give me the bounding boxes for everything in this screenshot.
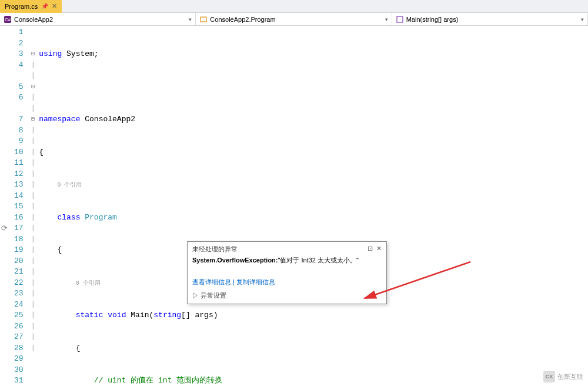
view-details-link[interactable]: 查看详细信息 bbox=[192, 278, 231, 285]
pin-icon[interactable]: ⊡ bbox=[368, 245, 373, 254]
chevron-down-icon[interactable]: ▾ bbox=[385, 16, 388, 22]
svg-text:C#: C# bbox=[5, 17, 11, 22]
csharp-icon: C# bbox=[4, 15, 12, 24]
svg-rect-3 bbox=[397, 16, 403, 22]
nav-method[interactable]: Main(string[] args) ▾ bbox=[392, 13, 588, 25]
watermark-logo: CX bbox=[543, 371, 555, 382]
code-editor[interactable]: ⟳ 12345678910111213141516171819202122232… bbox=[0, 26, 588, 386]
tooltip-body: System.OverflowException:"值对于 Int32 太大或太… bbox=[188, 255, 386, 275]
fold-column: ⊟││⊟││⊟│││││││││││││││││││││ bbox=[29, 26, 37, 386]
tooltip-title: 未经处理的异常 bbox=[192, 245, 238, 254]
copy-details-link[interactable]: 复制详细信息 bbox=[236, 278, 275, 285]
method-icon bbox=[396, 15, 404, 24]
file-tab[interactable]: Program.cs 📌 ✕ bbox=[0, 0, 62, 13]
class-icon bbox=[199, 15, 208, 24]
close-icon[interactable]: ✕ bbox=[376, 245, 382, 254]
exception-tooltip: 未经处理的异常 ⊡ ✕ System.OverflowException:"值对… bbox=[187, 241, 387, 304]
nav-project[interactable]: C# ConsoleApp2 ▾ bbox=[0, 13, 196, 25]
code-area[interactable]: using System; namespace ConsoleApp2 { 0 … bbox=[36, 26, 588, 386]
tab-bar: Program.cs 📌 ✕ bbox=[0, 0, 588, 13]
nav-class[interactable]: ConsoleApp2.Program ▾ bbox=[196, 13, 392, 25]
tab-filename: Program.cs bbox=[5, 3, 38, 10]
margin-strip: ⟳ bbox=[0, 26, 8, 386]
watermark: CX 创新互联 bbox=[543, 371, 583, 382]
pin-icon[interactable]: 📌 bbox=[41, 3, 48, 9]
close-icon[interactable]: ✕ bbox=[52, 2, 57, 10]
chevron-down-icon[interactable]: ▾ bbox=[189, 16, 192, 22]
exception-settings[interactable]: ▷ 异常设置 bbox=[188, 289, 386, 304]
line-numbers: 1234567891011121314151617181920212223242… bbox=[8, 26, 29, 386]
breadcrumb-bar: C# ConsoleApp2 ▾ ConsoleApp2.Program ▾ M… bbox=[0, 13, 588, 26]
chevron-down-icon[interactable]: ▾ bbox=[581, 16, 584, 22]
lightbulb-icon[interactable]: ⟳ bbox=[1, 224, 8, 233]
svg-rect-2 bbox=[201, 17, 206, 22]
